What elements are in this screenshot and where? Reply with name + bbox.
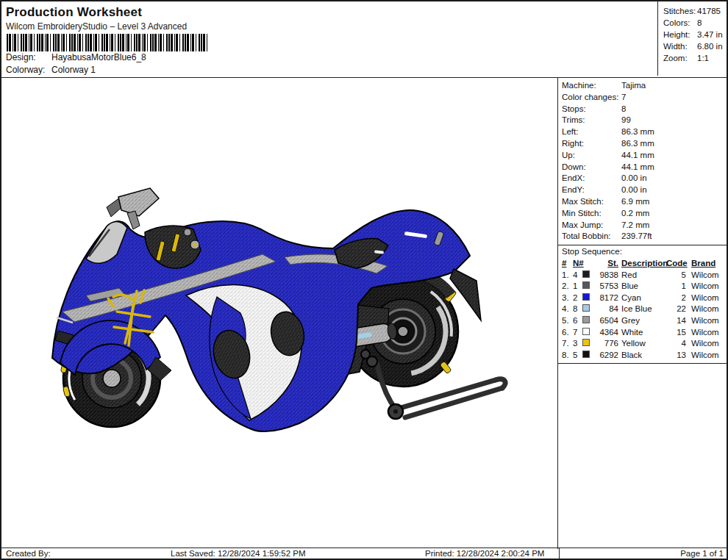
design-label: Design: [6,52,51,62]
thread-swatch [582,293,590,301]
stop-sequence-row: 8.56292Black13Wilcom [558,349,728,361]
machine-row: Max Stitch:6.9 mm [558,196,728,208]
footer-underline [246,559,557,559]
thread-swatch [582,270,590,278]
stop-sequence-title: Stop Sequence: [558,246,728,257]
machine-row: Color changes:7 [558,92,728,104]
col-seq: # [562,259,573,268]
summary-zoom: Zoom:1:1 [663,52,728,64]
stop-sequence-row: 5.66504Grey14Wilcom [558,315,728,326]
footer-divider [559,548,560,559]
summary-stitches: Stitches:41785 [663,5,728,17]
stop-sequence-row: 7.3776Yellow4Wilcom [558,337,728,349]
stop-sequence-header: # N# St. Description Code Brand [558,257,728,269]
footer-created-by: Created By: [6,549,51,558]
software-subtitle: Wilcom EmbroideryStudio – Level 3 Advanc… [6,21,187,32]
machine-info-panel: Machine:Tajima Color changes:7 Stops:8 T… [557,77,728,549]
machine-row: Min Stitch:0.2 mm [558,208,728,220]
footer: Created By: Last Saved: 12/28/2024 1:59:… [1,548,727,559]
thread-swatch [582,304,590,312]
machine-row: Stops:8 [558,104,728,115]
stop-sequence-row: 1.49838Red5Wilcom [558,269,728,281]
machine-row: Max Jump:7.2 mm [558,220,728,231]
thread-swatch [582,328,590,335]
machine-row: Machine:Tajima [558,80,728,92]
design-row: Design:HayabusaMotorBlue6_8 [6,52,146,62]
footer-last-saved: Last Saved: 12/28/2024 1:59:52 PM [171,549,306,558]
design-value: HayabusaMotorBlue6_8 [51,52,146,62]
panel-divider [558,363,728,364]
page-title: Production Worksheet [6,5,142,20]
machine-row: Total Bobbin:239.77ft [558,231,728,243]
machine-row: Up:44.1 mm [558,150,728,162]
design-preview-motorcycle [42,187,520,440]
thread-swatch [582,281,590,289]
machine-row: Left:86.3 mm [558,126,728,138]
thread-swatch [582,351,590,358]
col-description: Description [621,259,666,268]
stop-sequence-row: 4.884Ice Blue22Wilcom [558,304,728,315]
footer-underline [3,559,243,559]
thread-swatch [582,316,590,323]
machine-row: Right:86.3 mm [558,138,728,150]
design-preview-area [1,77,557,549]
header-left: Production Worksheet Wilcom EmbroiderySt… [1,1,657,76]
stop-sequence-row: 2.15753Blue1Wilcom [558,280,728,292]
col-brand: Brand [691,259,722,268]
stop-sequence-row: 3.28172Cyan2Wilcom [558,292,728,304]
production-worksheet-page: Production Worksheet Wilcom EmbroiderySt… [0,0,728,560]
machine-row: EndY:0.00 in [558,184,728,196]
col-needle: N# [573,259,582,268]
barcode [7,34,207,51]
stop-sequence-row: 6.74364White15Wilcom [558,326,728,338]
col-stitches: St. [593,259,618,268]
summary-box: Stitches:41785 Colors:8 Height:3.47 in W… [657,1,728,76]
colorway-row: Colorway:Colorway 1 [6,65,96,75]
summary-width: Width:6.80 in [663,40,728,52]
panel-divider [558,245,728,245]
colorway-label: Colorway: [6,65,51,75]
footer-page-number: Page 1 of 1 [680,549,724,558]
summary-height: Height:3.47 in [663,29,728,40]
colorway-value: Colorway 1 [51,65,96,75]
machine-row: Down:44.1 mm [558,162,728,173]
col-code: Code [666,259,686,268]
summary-colors: Colors:8 [663,17,728,29]
machine-row: EndX:0.00 in [558,173,728,184]
footer-printed: Printed: 12/28/2024 2:00:24 PM [425,549,544,558]
thread-swatch [582,339,590,346]
machine-row: Trims:99 [558,115,728,126]
